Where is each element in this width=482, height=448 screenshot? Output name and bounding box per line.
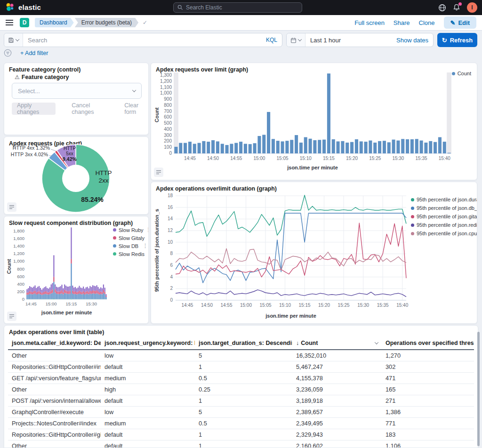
svg-text:14:45: 14:45: [181, 303, 193, 308]
legend-item[interactable]: Slow Redis⋮: [113, 251, 148, 257]
svg-text:15:30: 15:30: [392, 156, 404, 161]
legend-actions-icon[interactable]: ⋮: [147, 251, 149, 257]
chevron-down-icon: [16, 37, 19, 41]
svg-text:900: 900: [164, 96, 172, 102]
svg-text:800: 800: [164, 103, 172, 108]
saved-query-menu[interactable]: [4, 33, 23, 47]
svg-text:1,000: 1,000: [160, 90, 172, 96]
svg-text:15:40: 15:40: [396, 303, 408, 308]
dashboard-app-icon[interactable]: D: [20, 18, 29, 27]
time-range-picker[interactable]: Last 1 hour Show dates: [286, 33, 434, 47]
apply-changes-button[interactable]: Apply changes: [12, 103, 56, 115]
legend-dot: [411, 198, 414, 201]
edit-button[interactable]: ✎ Edit: [444, 16, 476, 29]
line-series[interactable]: [176, 248, 406, 270]
column-header[interactable]: Operations over specified threshold...: [382, 338, 474, 349]
svg-text:700: 700: [164, 109, 172, 114]
stacked-series[interactable]: [26, 227, 106, 299]
legend-actions-icon[interactable]: ⋮: [146, 227, 149, 233]
refresh-button[interactable]: ↻ Refresh: [437, 33, 477, 47]
svg-text:600: 600: [164, 114, 172, 120]
panel-options-icon[interactable]: [7, 202, 16, 212]
breadcrumb-dashboard[interactable]: Dashboard: [35, 18, 74, 27]
table-row[interactable]: GraphqlController#executelow52,389,6571,…: [8, 407, 474, 418]
svg-text:14:50: 14:50: [207, 156, 219, 161]
legend-item[interactable]: 95th percentile of json.gital...: [411, 214, 477, 219]
filter-menu-icon[interactable]: [4, 49, 12, 57]
global-search-input[interactable]: Search Elastic: [173, 2, 302, 13]
table-row[interactable]: GET /api/:version/feature_flags/unleash.…: [8, 373, 474, 384]
chevron-down-icon[interactable]: [375, 340, 378, 344]
logo-text: elastic: [18, 3, 41, 11]
notifications-icon[interactable]: [452, 3, 461, 12]
svg-text:9.42%: 9.42%: [63, 156, 77, 162]
table-row[interactable]: Repositories::GitHttpController#git_upl.…: [8, 429, 474, 440]
table-cell: 1: [195, 361, 292, 372]
legend-actions-icon[interactable]: ⋮: [147, 235, 149, 241]
elastic-logo[interactable]: elastic: [5, 2, 41, 12]
svg-text:15:35: 15:35: [377, 303, 389, 308]
query-input[interactable]: Search: [28, 37, 47, 44]
table-body: Otherlow516,352,0101,270Repositories::Gi…: [8, 350, 474, 448]
legend-item[interactable]: 95th percentile of json.dura...: [411, 197, 477, 202]
table-row[interactable]: POST /api/:version/internal/alloweddefau…: [8, 395, 474, 407]
table-scrollbar[interactable]: [477, 332, 480, 446]
legend-item[interactable]: 95th percentile of json.db_...: [411, 205, 477, 211]
table-row[interactable]: Repositories::GitHttpController#info_ref…: [8, 361, 474, 373]
chevron-down-icon: [298, 37, 302, 41]
kql-label[interactable]: KQL: [266, 37, 277, 43]
svg-text:15:10: 15:10: [279, 303, 291, 308]
legend-item[interactable]: Slow Gitaly⋮: [113, 235, 148, 241]
table-cell: 4,155,378: [292, 373, 382, 384]
cancel-changes-button[interactable]: Cancel changes: [72, 102, 108, 115]
column-header[interactable]: json.meta.caller_id.keyword: Desce...: [8, 338, 101, 349]
svg-text:15:25: 15:25: [369, 156, 381, 161]
panel-options-icon[interactable]: [154, 168, 163, 177]
table-row[interactable]: Otherhigh0.253,236,059165: [8, 384, 474, 395]
table-row[interactable]: Otherdefault12,160,6021,106: [8, 440, 474, 448]
time-range-value[interactable]: Last 1 hour: [310, 37, 341, 44]
user-avatar[interactable]: I: [467, 2, 477, 13]
legend-item[interactable]: Slow Ruby⋮: [113, 227, 148, 233]
data-table: json.meta.caller_id.keyword: Desce...jso…: [8, 338, 474, 448]
line-series[interactable]: [176, 195, 406, 237]
clear-form-button[interactable]: Clear form: [124, 102, 148, 115]
column-header[interactable]: ↓Count: [292, 338, 382, 349]
kql-search-bar[interactable]: Search KQL: [4, 33, 282, 47]
clone-link[interactable]: Clone: [419, 19, 435, 26]
full-screen-link[interactable]: Full screen: [354, 19, 385, 26]
svg-text:1,600: 1,600: [13, 236, 24, 241]
column-header[interactable]: json.request_urgency.keyword: Des...: [101, 338, 195, 349]
table-cell: POST /api/:version/internal/allowed: [8, 395, 101, 406]
table-row[interactable]: Projects::NotesController#indexmedium0.5…: [8, 418, 474, 429]
warning-icon: ⚠: [15, 74, 20, 80]
add-filter-link[interactable]: + Add filter: [20, 50, 48, 56]
y-axis: 024681012141618: [168, 193, 173, 303]
cloud-icon[interactable]: [438, 3, 446, 12]
legend-item[interactable]: Count: [452, 71, 471, 76]
legend-item[interactable]: 95th percentile of json.cpu_s: [411, 231, 477, 236]
legend-actions-icon[interactable]: ⋮: [143, 243, 148, 249]
search-icon: [177, 5, 183, 10]
feature-category-select[interactable]: Select...: [12, 83, 142, 99]
x-axis-title: json.time per minute: [26, 310, 107, 315]
menu-icon[interactable]: [6, 20, 13, 25]
line-series[interactable]: [176, 213, 406, 283]
share-link[interactable]: Share: [394, 19, 410, 26]
line-series[interactable]: [176, 290, 406, 297]
legend-dot: [113, 236, 116, 240]
check-icon: ✓: [143, 19, 147, 26]
legend-item[interactable]: Slow DB⋮: [113, 243, 148, 249]
show-dates-link[interactable]: Show dates: [396, 37, 428, 44]
table-row[interactable]: Otherlow516,352,0101,270: [8, 350, 474, 361]
bar-series[interactable]: [174, 73, 450, 153]
svg-text:6: 6: [170, 263, 173, 268]
legend-item[interactable]: 95th percentile of json.redi...: [411, 222, 477, 228]
calendar-menu[interactable]: [287, 33, 305, 47]
bar-chart[interactable]: 01002003004005006007008009001,0001,1001,…: [151, 63, 477, 180]
pie-chart[interactable]: HTTP 4xx 1.32%HTTP 3xx 4.02%HTTP5xx9.42%…: [4, 137, 149, 215]
column-header[interactable]: json.target_duration_s: Descending: [195, 338, 292, 349]
panel-options-icon[interactable]: [7, 312, 16, 321]
svg-text:200: 200: [164, 138, 172, 144]
svg-text:14:55: 14:55: [230, 156, 242, 161]
